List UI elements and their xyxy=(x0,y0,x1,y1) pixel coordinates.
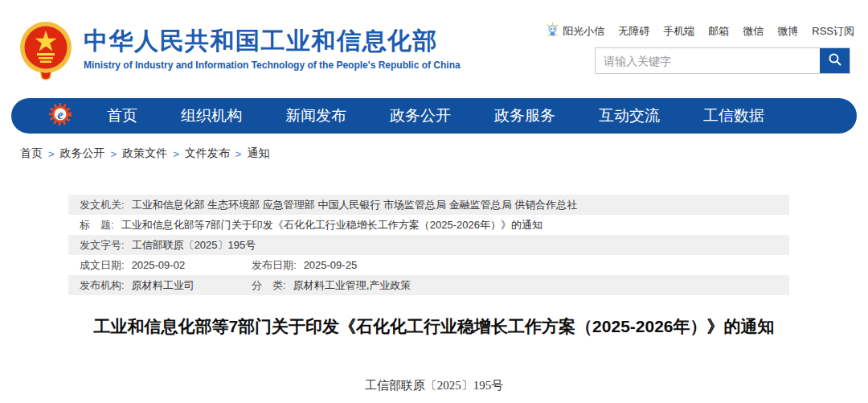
meta-label: 发文字号: xyxy=(80,238,125,253)
sunshine-mascot-icon xyxy=(546,23,559,40)
meta-value: 工业和信息化部等7部门关于印发《石化化工行业稳增长工作方案（2025-2026年… xyxy=(121,218,542,232)
svg-text:e: e xyxy=(57,108,63,121)
meta-label: 标 题: xyxy=(80,218,114,232)
nav-item-gov-disclosure[interactable]: 政务公开 xyxy=(368,98,473,134)
search-input[interactable] xyxy=(596,48,820,73)
meta-label: 发文机关: xyxy=(80,198,125,212)
header-quick-links: 阳光小信 无障碍 手机端 邮箱 微信 微博 RSS订阅 xyxy=(546,23,854,40)
search-icon xyxy=(828,52,842,69)
site-title-english: Ministry of Industry and Information Tec… xyxy=(84,60,461,71)
article-title: 工业和信息化部等7部门关于印发《石化化工行业稳增长工作方案（2025-2026年… xyxy=(32,315,836,338)
meta-label: 分 类: xyxy=(252,278,286,293)
meta-label: 发布机构: xyxy=(80,278,125,293)
quick-link-rss[interactable]: RSS订阅 xyxy=(812,24,854,39)
breadcrumb-document-release[interactable]: 文件发布 xyxy=(185,146,230,161)
nav-items: 首页 组织机构 新闻发布 政务公开 政务服务 互动交流 工信数据 xyxy=(85,98,786,134)
search-button[interactable] xyxy=(820,48,850,73)
breadcrumb-separator: > xyxy=(235,148,242,160)
breadcrumb-separator: > xyxy=(173,148,179,160)
meta-row-title: 标 题: 工业和信息化部等7部门关于印发《石化化工行业稳增长工作方案（2025-… xyxy=(68,215,789,235)
breadcrumb-separator: > xyxy=(111,148,117,160)
quick-link-sunshine-xiaoxin[interactable]: 阳光小信 xyxy=(546,23,604,40)
meta-label: 发布日期: xyxy=(252,258,297,273)
nav-item-news[interactable]: 新闻发布 xyxy=(264,98,368,134)
breadcrumb-gov-disclosure[interactable]: 政务公开 xyxy=(60,146,105,161)
meta-label: 成文日期: xyxy=(80,258,125,273)
quick-link-accessibility[interactable]: 无障碍 xyxy=(618,24,649,39)
breadcrumb-separator: > xyxy=(48,148,55,160)
article-doc-number: 工信部联原〔2025〕195号 xyxy=(0,378,868,393)
brand-text: 中华人民共和国工业和信息化部 Ministry of Industry and … xyxy=(84,21,461,71)
site-brand[interactable]: 中华人民共和国工业和信息化部 Ministry of Industry and … xyxy=(19,21,461,84)
meta-row-publisher-category: 发布机构: 原材料工业司 分 类: 原材料工业管理,产业政策 xyxy=(68,275,789,295)
meta-row-issuing-agencies: 发文机关: 工业和信息化部 生态环境部 应急管理部 中国人民银行 市场监管总局 … xyxy=(68,195,789,215)
miit-gear-logo-icon: e xyxy=(11,102,72,130)
quick-link-wechat[interactable]: 微信 xyxy=(743,24,764,39)
national-emblem-icon xyxy=(19,21,72,84)
quick-link-mailbox[interactable]: 邮箱 xyxy=(708,24,729,39)
meta-value: 2025-09-02 xyxy=(132,259,186,271)
nav-item-gov-services[interactable]: 政务服务 xyxy=(473,98,577,134)
site-title: 中华人民共和国工业和信息化部 xyxy=(84,27,461,55)
meta-row-dates: 成文日期: 2025-09-02 发布日期: 2025-09-25 xyxy=(68,255,789,275)
nav-item-organization[interactable]: 组织机构 xyxy=(159,98,264,134)
document-meta-table: 发文机关: 工业和信息化部 生态环境部 应急管理部 中国人民银行 市场监管总局 … xyxy=(68,195,789,295)
meta-value: 2025-09-25 xyxy=(304,259,358,271)
nav-item-interaction[interactable]: 互动交流 xyxy=(577,98,682,134)
breadcrumb: 首页 > 政务公开 > 政策文件 > 文件发布 > 通知 xyxy=(20,146,269,161)
breadcrumb-policy-documents[interactable]: 政策文件 xyxy=(122,146,167,161)
quick-link-mobile[interactable]: 手机端 xyxy=(663,24,694,39)
nav-item-miit-data[interactable]: 工信数据 xyxy=(682,98,786,134)
meta-row-doc-number: 发文字号: 工信部联原〔2025〕195号 xyxy=(68,235,789,255)
breadcrumb-home[interactable]: 首页 xyxy=(20,146,43,161)
breadcrumb-current-notice: 通知 xyxy=(247,146,269,161)
meta-value: 原材料工业司 xyxy=(132,278,194,293)
meta-value: 工信部联原〔2025〕195号 xyxy=(132,238,256,253)
site-search xyxy=(595,47,850,74)
meta-value: 原材料工业管理,产业政策 xyxy=(293,278,411,293)
nav-item-home[interactable]: 首页 xyxy=(85,98,159,134)
main-navigation: e 首页 组织机构 新闻发布 政务公开 政务服务 互动交流 工信数据 xyxy=(11,98,857,134)
meta-value: 工业和信息化部 生态环境部 应急管理部 中国人民银行 市场监管总局 金融监管总局… xyxy=(132,198,578,212)
quick-link-weibo[interactable]: 微博 xyxy=(777,24,798,39)
